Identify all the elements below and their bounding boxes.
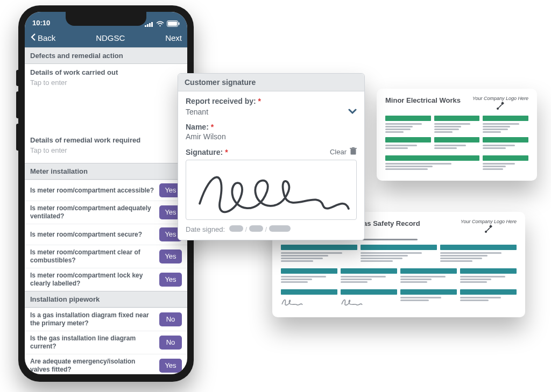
- signature-label: Signature:: [186, 148, 223, 156]
- logo-placeholder-text: Your Company Logo Here: [461, 219, 517, 224]
- field-work-carried-out[interactable]: Details of work carried out Tap to enter: [25, 64, 187, 132]
- report-card-minor-electrical: Minor Electrical Works Your Company Logo…: [377, 89, 537, 181]
- answer-toggle[interactable]: No: [159, 312, 182, 326]
- question-text: Is a gas installation diagram fixed near…: [30, 311, 155, 327]
- phone-screen: 10:10 Back NDGSC Next Defec: [25, 12, 187, 374]
- form-scroll[interactable]: Defects and remedial action Details of w…: [25, 47, 187, 374]
- svg-point-11: [497, 108, 499, 110]
- svg-rect-1: [147, 24, 149, 27]
- question-row: Is the gas installation line diagram cur…: [25, 331, 187, 354]
- logo-placeholder: Your Company Logo Here: [472, 96, 528, 110]
- svg-rect-3: [151, 22, 153, 27]
- svg-rect-6: [168, 22, 177, 26]
- question-row: Is meter room/compartment adequately ven…: [25, 201, 187, 224]
- date-signed-row: Date signed: / /: [186, 225, 357, 233]
- svg-rect-7: [179, 23, 180, 25]
- report-title: Minor Electrical Works: [385, 96, 461, 104]
- mini-signature-icon: [281, 297, 337, 309]
- date-part-placeholder[interactable]: [269, 225, 291, 232]
- signature-header: Customer signature: [178, 74, 364, 91]
- back-label: Back: [38, 33, 55, 42]
- required-asterisk: *: [211, 123, 214, 131]
- mini-signature-icon: [341, 297, 397, 309]
- answer-toggle[interactable]: Yes: [159, 250, 182, 263]
- section-header-defects: Defects and remedial action: [25, 47, 187, 64]
- logo-placeholder: Your Company Logo Here: [461, 219, 517, 233]
- question-row: Are adequate emergency/isolation valves …: [25, 354, 187, 374]
- remedial-placeholder: Tap to enter: [30, 146, 182, 154]
- question-text: Is meter room/compartment adequately ven…: [30, 204, 155, 220]
- screen-title: NDGSC: [96, 33, 125, 42]
- required-asterisk: *: [258, 97, 261, 105]
- app-navbar: Back NDGSC Next: [25, 28, 187, 47]
- question-text: Is meter room/compartment clear of combu…: [30, 248, 155, 265]
- question-text: Are adequate emergency/isolation valves …: [30, 358, 155, 374]
- tools-icon: [496, 102, 505, 110]
- question-text: Is meter room/compartment accessible?: [30, 187, 155, 195]
- battery-icon: [167, 20, 180, 27]
- back-button[interactable]: Back: [30, 33, 55, 43]
- signature-drawing: [190, 163, 354, 220]
- svg-point-12: [485, 231, 487, 233]
- question-row: Is meter room/compartment lock key clear…: [25, 268, 187, 291]
- required-asterisk: *: [225, 148, 228, 156]
- question-row: Is meter room/compartment secure? Yes: [25, 224, 187, 245]
- name-label: Name:: [186, 123, 209, 131]
- date-part-placeholder[interactable]: [229, 225, 243, 232]
- answer-toggle[interactable]: Yes: [159, 273, 182, 287]
- logo-placeholder-text: Your Company Logo Here: [472, 96, 528, 101]
- answer-toggle[interactable]: No: [159, 336, 182, 350]
- phone-frame: 10:10 Back NDGSC Next Defec: [18, 5, 194, 382]
- signal-icon: [145, 21, 153, 27]
- work-out-label: Details of work carried out: [30, 68, 182, 76]
- name-value[interactable]: Amir Wilson: [186, 131, 357, 143]
- svg-rect-10: [352, 147, 355, 148]
- received-by-value: Tenant: [186, 108, 208, 116]
- question-row: Is meter room/compartment accessible? Ye…: [25, 180, 187, 201]
- question-row: Is a gas installation diagram fixed near…: [25, 308, 187, 331]
- svg-rect-8: [351, 149, 356, 155]
- remedial-label: Details of remedial work required: [30, 136, 182, 144]
- status-time: 10:10: [32, 19, 50, 27]
- work-out-placeholder: Tap to enter: [30, 79, 182, 87]
- section-header-pipework: Installation pipework: [25, 291, 187, 308]
- received-by-label: Report received by:: [186, 97, 256, 105]
- question-text: Is meter room/compartment secure?: [30, 231, 155, 239]
- phone-notch: [66, 12, 146, 26]
- trash-icon: [350, 147, 357, 156]
- received-by-select[interactable]: Tenant: [186, 105, 357, 118]
- section-header-meter: Meter installation: [25, 163, 187, 180]
- svg-rect-0: [145, 25, 146, 27]
- answer-toggle[interactable]: Yes: [159, 359, 182, 373]
- signature-pad[interactable]: [186, 160, 357, 220]
- next-button[interactable]: Next: [165, 33, 182, 42]
- field-remedial-required[interactable]: Details of remedial work required Tap to…: [25, 132, 187, 163]
- question-text: Is the gas installation line diagram cur…: [30, 334, 155, 351]
- wifi-icon: [156, 21, 164, 27]
- question-row: Is meter room/compartment clear of combu…: [25, 245, 187, 268]
- chevron-left-icon: [30, 33, 37, 43]
- question-text: Is meter room/compartment lock key clear…: [30, 272, 155, 288]
- tools-icon: [484, 225, 493, 233]
- clear-signature-button[interactable]: Clear: [330, 147, 357, 156]
- svg-rect-2: [149, 23, 151, 27]
- signature-panel: Customer signature Report received by: *…: [178, 73, 365, 240]
- chevron-down-icon: [348, 108, 357, 116]
- clear-label: Clear: [330, 148, 347, 156]
- date-signed-label: Date signed:: [186, 225, 225, 233]
- date-part-placeholder[interactable]: [249, 225, 263, 232]
- svg-point-4: [159, 25, 160, 26]
